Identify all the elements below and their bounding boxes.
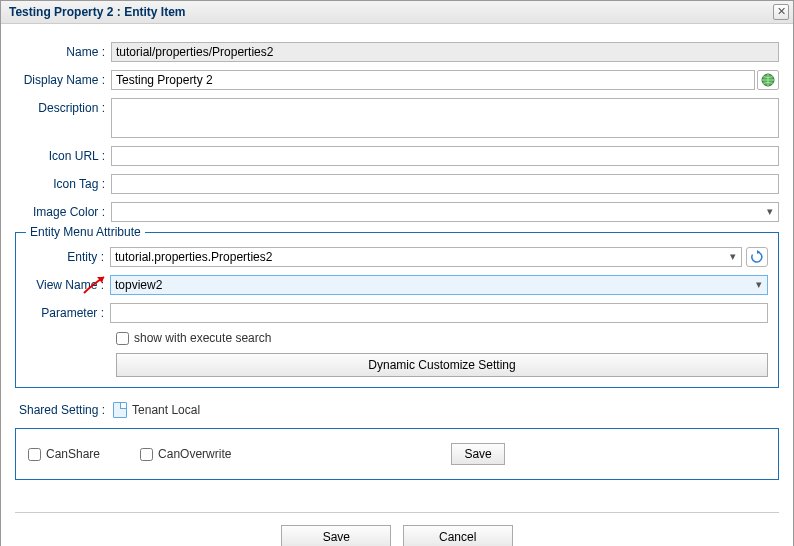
footer: Save Cancel [15, 512, 779, 546]
label-image-color: Image Color : [15, 205, 111, 219]
label-parameter: Parameter : [26, 306, 110, 320]
refresh-icon [750, 250, 764, 264]
show-exec-search-checkbox[interactable] [116, 332, 129, 345]
globe-button[interactable] [757, 70, 779, 90]
parameter-input[interactable] [110, 303, 768, 323]
icon-url-input[interactable] [111, 146, 779, 166]
can-overwrite-label: CanOverwrite [158, 447, 231, 461]
close-button[interactable]: ✕ [773, 4, 789, 20]
dynamic-customize-button[interactable]: Dynamic Customize Setting [116, 353, 768, 377]
can-share-label: CanShare [46, 447, 100, 461]
view-name-select[interactable] [110, 275, 768, 295]
fieldset-legend: Entity Menu Attribute [26, 225, 145, 239]
content-area: Name : Display Name : Description : Icon… [1, 24, 793, 546]
globe-icon [761, 73, 775, 87]
display-name-input[interactable] [111, 70, 755, 90]
label-entity: Entity : [26, 250, 110, 264]
can-share-checkbox[interactable] [28, 448, 41, 461]
row-parameter: Parameter : [26, 303, 768, 323]
titlebar: Testing Property 2 : Entity Item ✕ [1, 1, 793, 24]
label-name: Name : [15, 45, 111, 59]
can-share-item: CanShare [28, 447, 100, 461]
entity-menu-fieldset: Entity Menu Attribute Entity : ▾ [15, 232, 779, 388]
row-entity: Entity : ▾ [26, 247, 768, 267]
titlebar-title: Testing Property 2 : Entity Item [9, 5, 185, 19]
refresh-button[interactable] [746, 247, 768, 267]
label-icon-url: Icon URL : [15, 149, 111, 163]
file-icon [113, 402, 127, 418]
close-icon: ✕ [777, 5, 786, 17]
cancel-button[interactable]: Cancel [403, 525, 513, 546]
shared-setting-row: Shared Setting : Tenant Local [19, 402, 779, 418]
permission-save-button[interactable]: Save [451, 443, 504, 465]
label-display-name: Display Name : [15, 73, 111, 87]
image-color-select[interactable] [111, 202, 779, 222]
row-icon-tag: Icon Tag : [15, 174, 779, 194]
dialog-window: Testing Property 2 : Entity Item ✕ Name … [0, 0, 794, 546]
label-description: Description : [15, 98, 111, 115]
label-view-name: View Name : [26, 278, 110, 292]
permission-box: CanShare CanOverwrite Save [15, 428, 779, 480]
can-overwrite-item: CanOverwrite [140, 447, 231, 461]
row-name: Name : [15, 42, 779, 62]
name-input [111, 42, 779, 62]
row-show-exec-search: show with execute search [116, 331, 768, 345]
row-image-color: Image Color : ▾ [15, 202, 779, 222]
entity-select[interactable] [110, 247, 742, 267]
shared-setting-label: Shared Setting : [19, 403, 105, 417]
icon-tag-input[interactable] [111, 174, 779, 194]
can-overwrite-checkbox[interactable] [140, 448, 153, 461]
label-icon-tag: Icon Tag : [15, 177, 111, 191]
row-view-name: View Name : ▾ [26, 275, 768, 295]
shared-setting-value: Tenant Local [132, 403, 200, 417]
description-input[interactable] [111, 98, 779, 138]
row-display-name: Display Name : [15, 70, 779, 90]
show-exec-search-label: show with execute search [134, 331, 271, 345]
row-icon-url: Icon URL : [15, 146, 779, 166]
save-button[interactable]: Save [281, 525, 391, 546]
row-description: Description : [15, 98, 779, 138]
